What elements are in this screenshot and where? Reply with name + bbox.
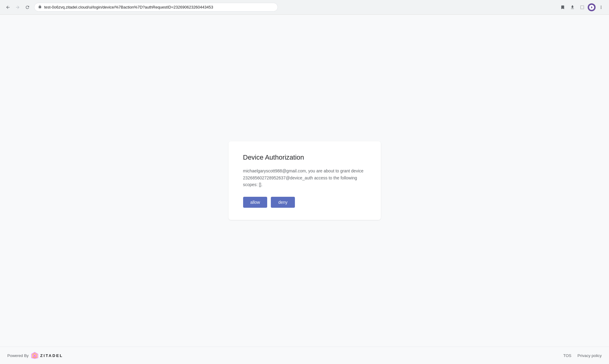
bookmark-button[interactable]: [558, 3, 567, 12]
zitadel-logo-icon: [31, 352, 38, 359]
powered-by-label: Powered By: [7, 353, 29, 358]
powered-by: Powered By ZITADEL: [7, 352, 63, 359]
button-group: allow deny: [243, 197, 366, 208]
lock-icon: [38, 5, 42, 9]
back-button[interactable]: [4, 3, 12, 12]
download-button[interactable]: [568, 3, 577, 12]
zitadel-brand-name: ZITADEL: [40, 353, 63, 358]
address-bar[interactable]: test-0o6zvq.zitadel.cloud/ui/login/devic…: [34, 3, 278, 12]
allow-button[interactable]: allow: [243, 197, 267, 208]
nav-buttons: [4, 3, 32, 12]
forward-button[interactable]: [13, 3, 22, 12]
browser-chrome: test-0o6zvq.zitadel.cloud/ui/login/devic…: [0, 0, 609, 15]
page-title: Device Authorization: [243, 154, 366, 161]
page-content: Device Authorization michaelgaryscott988…: [0, 15, 609, 347]
auth-description: michaelgaryscott988@gmail.com, you are a…: [243, 168, 366, 188]
reload-button[interactable]: [23, 3, 32, 12]
auth-card: Device Authorization michaelgaryscott988…: [228, 141, 381, 220]
profile-avatar[interactable]: [588, 3, 596, 11]
footer-links: TOS Privacy policy: [563, 353, 602, 358]
address-bar-text: test-0o6zvq.zitadel.cloud/ui/login/devic…: [44, 5, 274, 9]
deny-button[interactable]: deny: [271, 197, 295, 208]
tos-link[interactable]: TOS: [563, 353, 572, 358]
zitadel-logo: ZITADEL: [31, 352, 63, 359]
browser-actions: [558, 3, 605, 12]
more-button[interactable]: [597, 3, 605, 12]
page-footer: Powered By ZITADEL TOS Privacy policy: [0, 347, 609, 364]
svg-marker-3: [34, 355, 36, 357]
tab-menu-button[interactable]: [578, 3, 586, 12]
privacy-link[interactable]: Privacy policy: [578, 353, 602, 358]
